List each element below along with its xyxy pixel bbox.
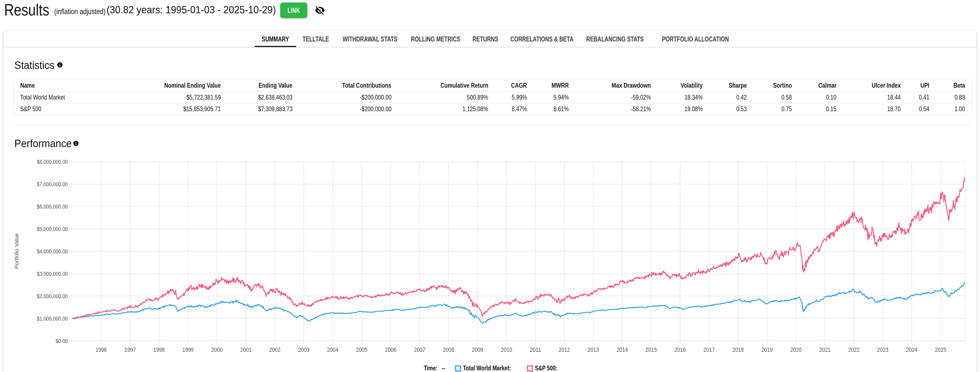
svg-text:2008: 2008 [443, 346, 454, 353]
svg-text:2010: 2010 [501, 346, 512, 353]
svg-text:2014: 2014 [617, 346, 628, 353]
svg-text:2009: 2009 [472, 346, 483, 353]
svg-text:$6,000,000.00: $6,000,000.00 [37, 203, 68, 210]
svg-text:1997: 1997 [124, 346, 136, 353]
svg-text:2011: 2011 [530, 346, 541, 353]
svg-text:2016: 2016 [675, 346, 686, 353]
svg-text:$0.00: $0.00 [56, 338, 68, 344]
svg-text:$4,000,000.00: $4,000,000.00 [37, 248, 68, 254]
svg-text:2022: 2022 [848, 346, 859, 353]
svg-text:2023: 2023 [877, 346, 888, 353]
svg-text:2000: 2000 [211, 346, 223, 353]
svg-text:2020: 2020 [790, 346, 802, 353]
svg-text:$3,000,000.00: $3,000,000.00 [37, 270, 68, 277]
svg-text:2001: 2001 [240, 346, 252, 353]
svg-text:1999: 1999 [182, 346, 194, 353]
svg-text:$5,000,000.00: $5,000,000.00 [37, 226, 68, 232]
svg-text:$7,000,000.00: $7,000,000.00 [37, 181, 68, 187]
svg-text:$1,000,000.00: $1,000,000.00 [37, 315, 68, 322]
svg-text:2003: 2003 [298, 346, 310, 353]
svg-text:1998: 1998 [154, 346, 165, 353]
svg-text:2013: 2013 [587, 346, 599, 353]
svg-text:2004: 2004 [327, 346, 339, 353]
svg-text:2012: 2012 [559, 346, 570, 353]
svg-text:2021: 2021 [819, 346, 830, 353]
svg-text:2018: 2018 [732, 346, 744, 353]
svg-text:2019: 2019 [761, 346, 773, 353]
svg-text:2007: 2007 [414, 346, 425, 353]
svg-text:2005: 2005 [356, 346, 368, 353]
svg-text:2006: 2006 [385, 346, 396, 353]
svg-text:2002: 2002 [269, 346, 280, 353]
svg-text:$8,000,000.00: $8,000,000.00 [37, 159, 68, 165]
svg-text:2024: 2024 [906, 346, 918, 353]
svg-text:Portfolio Value: Portfolio Value [14, 234, 20, 269]
svg-text:1996: 1996 [95, 346, 107, 353]
svg-text:$2,000,000.00: $2,000,000.00 [37, 293, 68, 299]
svg-text:2017: 2017 [703, 346, 715, 353]
svg-text:2015: 2015 [646, 346, 657, 353]
svg-text:2025: 2025 [935, 346, 946, 353]
